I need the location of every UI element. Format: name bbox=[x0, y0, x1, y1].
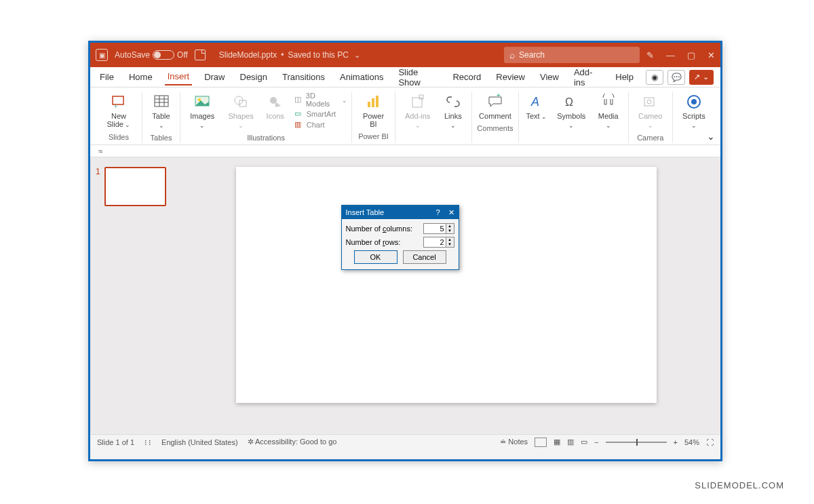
tab-help[interactable]: Help bbox=[613, 69, 636, 85]
slide-sorter-button[interactable]: ▦ bbox=[554, 438, 560, 446]
fit-to-window-button[interactable]: ⛶ bbox=[706, 438, 714, 446]
table-button[interactable]: Table bbox=[147, 92, 176, 131]
powerbi-button[interactable]: Power BI bbox=[356, 92, 391, 130]
spin-down-icon[interactable]: ▼ bbox=[446, 229, 454, 233]
tab-addins[interactable]: Add-ins bbox=[571, 64, 603, 90]
links-button[interactable]: Links bbox=[439, 92, 468, 131]
icons-icon bbox=[265, 93, 286, 111]
autosave-state: Off bbox=[177, 50, 188, 60]
ok-button[interactable]: OK bbox=[354, 250, 398, 264]
rows-input[interactable] bbox=[423, 237, 446, 248]
zoom-in-button[interactable]: + bbox=[674, 438, 678, 446]
normal-view-button[interactable] bbox=[535, 438, 547, 447]
zoom-slider[interactable] bbox=[606, 442, 667, 443]
group-slides-label: Slides bbox=[109, 130, 129, 142]
svg-rect-20 bbox=[644, 98, 654, 106]
tab-home[interactable]: Home bbox=[126, 69, 155, 85]
dialog-help-button[interactable]: ? bbox=[435, 208, 440, 217]
search-input[interactable]: Search bbox=[504, 47, 640, 63]
text-icon: A bbox=[526, 93, 547, 111]
brush-icon[interactable]: ✎ bbox=[646, 50, 654, 60]
cameo-icon bbox=[640, 93, 661, 111]
autosave-toggle[interactable]: AutoSave Off bbox=[115, 50, 188, 60]
smartart-button[interactable]: ▭SmartArt bbox=[294, 109, 347, 119]
tab-design[interactable]: Design bbox=[237, 69, 270, 85]
images-button[interactable]: Images bbox=[185, 92, 220, 131]
tab-slideshow[interactable]: Slide Show bbox=[395, 64, 440, 90]
tab-transitions[interactable]: Transitions bbox=[279, 69, 328, 85]
language-status[interactable]: English (United States) bbox=[161, 438, 238, 446]
save-icon[interactable] bbox=[195, 50, 206, 60]
rows-spinner[interactable]: ▲▼ bbox=[423, 237, 454, 248]
chevron-down-icon bbox=[353, 50, 360, 60]
tab-insert[interactable]: Insert bbox=[165, 69, 193, 85]
tab-record[interactable]: Record bbox=[450, 69, 484, 85]
icons-button[interactable]: Icons bbox=[262, 92, 289, 121]
spin-down-icon[interactable]: ▼ bbox=[446, 242, 454, 247]
svg-rect-13 bbox=[372, 98, 374, 107]
tab-draw[interactable]: Draw bbox=[201, 69, 227, 85]
dialog-title: Insert Table bbox=[346, 208, 385, 216]
cube-icon: ◫ bbox=[294, 95, 303, 104]
svg-text:+: + bbox=[114, 103, 117, 110]
svg-text:+: + bbox=[497, 94, 501, 99]
tab-animations[interactable]: Animations bbox=[337, 69, 386, 85]
powerbi-icon bbox=[363, 93, 383, 111]
media-button[interactable]: Media bbox=[593, 92, 624, 131]
slide-canvas: Insert Table ? ✕ Number of columns: ▲▼ bbox=[172, 157, 720, 434]
columns-spinner[interactable]: ▲▼ bbox=[423, 223, 454, 234]
group-tables-label: Tables bbox=[151, 131, 172, 143]
columns-input[interactable] bbox=[423, 223, 446, 234]
share-button[interactable]: ↗ ⌄ bbox=[689, 70, 714, 85]
watermark: SLIDEMODEL.COM bbox=[695, 480, 784, 490]
slideshow-view-button[interactable]: ▭ bbox=[581, 438, 587, 446]
addins-button[interactable]: Add-ins bbox=[400, 92, 436, 131]
tab-review[interactable]: Review bbox=[493, 69, 528, 85]
ribbon-collapse-button[interactable]: ⌄ bbox=[707, 131, 715, 142]
cancel-button[interactable]: Cancel bbox=[403, 250, 446, 264]
3d-models-button[interactable]: ◫3D Models bbox=[294, 92, 347, 108]
new-slide-button[interactable]: + New Slide bbox=[100, 92, 138, 130]
scripts-icon bbox=[684, 93, 704, 111]
spin-up-icon[interactable]: ▲ bbox=[446, 224, 454, 229]
toggle-pill-icon bbox=[153, 50, 174, 60]
notes-button[interactable]: ≐ Notes bbox=[500, 438, 528, 446]
links-icon bbox=[443, 93, 463, 111]
slide-thumbnail-1[interactable] bbox=[104, 167, 166, 206]
menu-bar: File Home Insert Draw Design Transitions… bbox=[90, 67, 720, 88]
accessibility-status[interactable]: ✲ Accessibility: Good to go bbox=[248, 438, 337, 446]
close-button[interactable]: ✕ bbox=[708, 50, 715, 60]
spellcheck-icon[interactable]: ⫶⫶ bbox=[144, 438, 152, 446]
comments-pane-button[interactable]: 💬 bbox=[667, 70, 685, 85]
document-title[interactable]: SlideModel.pptx • Saved to this PC bbox=[212, 50, 497, 60]
scripts-button[interactable]: Scripts bbox=[677, 92, 711, 131]
cameo-button[interactable]: Cameo bbox=[633, 92, 668, 131]
comment-button[interactable]: + Comment bbox=[476, 92, 514, 121]
qat-chevron-icon[interactable]: ≈ bbox=[98, 147, 103, 156]
comment-icon: + bbox=[485, 93, 505, 111]
group-comments-label: Comments bbox=[477, 121, 513, 134]
text-button[interactable]: A Text bbox=[523, 92, 550, 122]
dialog-close-button[interactable]: ✕ bbox=[448, 208, 454, 217]
tab-file[interactable]: File bbox=[97, 69, 117, 85]
thumb-number: 1 bbox=[96, 167, 104, 206]
shapes-button[interactable]: Shapes bbox=[222, 92, 258, 131]
slide-1[interactable]: Insert Table ? ✕ Number of columns: ▲▼ bbox=[236, 167, 657, 403]
zoom-level[interactable]: 54% bbox=[684, 438, 699, 446]
symbols-button[interactable]: Ω Symbols bbox=[553, 92, 590, 131]
svg-point-23 bbox=[691, 99, 697, 104]
group-camera-label: Camera bbox=[637, 131, 663, 143]
slide-counter[interactable]: Slide 1 of 1 bbox=[97, 438, 134, 446]
shapes-icon bbox=[231, 93, 251, 111]
minimize-button[interactable]: — bbox=[666, 50, 675, 60]
status-bar: Slide 1 of 1 ⫶⫶ English (United States) … bbox=[90, 434, 720, 449]
camera-record-button[interactable]: ◉ bbox=[646, 70, 663, 85]
thumbnail-pane[interactable]: 1 bbox=[90, 157, 172, 434]
maximize-button[interactable]: ▢ bbox=[687, 50, 695, 60]
chart-button[interactable]: ▥Chart bbox=[294, 120, 347, 130]
spin-up-icon[interactable]: ▲ bbox=[446, 237, 454, 242]
zoom-out-button[interactable]: − bbox=[594, 438, 598, 446]
tab-view[interactable]: View bbox=[537, 69, 562, 85]
dialog-titlebar[interactable]: Insert Table ? ✕ bbox=[342, 206, 459, 219]
reading-view-button[interactable]: ▥ bbox=[567, 438, 574, 446]
